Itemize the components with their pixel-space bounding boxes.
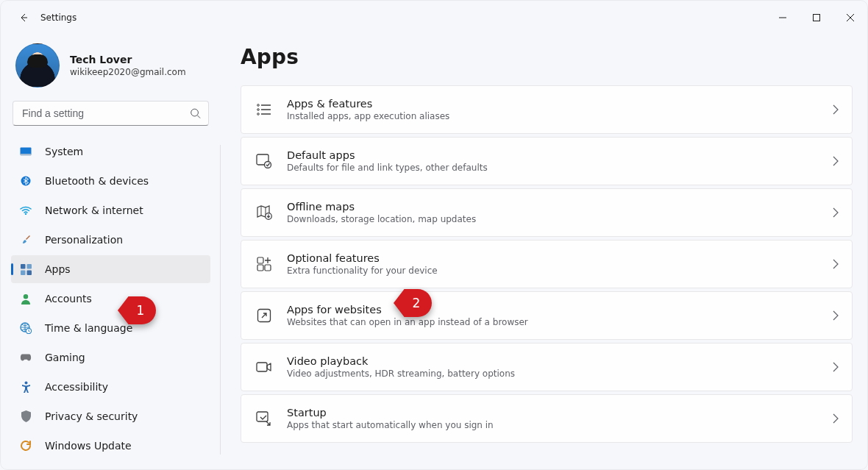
person-icon	[20, 293, 32, 305]
features-plus-icon	[256, 256, 272, 272]
close-button[interactable]	[833, 6, 867, 29]
svg-rect-8	[21, 270, 26, 275]
sidebar-item-label: Accounts	[45, 293, 92, 305]
card-subtitle: Websites that can open in an app instead…	[287, 317, 818, 327]
chevron-right-icon	[833, 259, 839, 269]
sidebar-item-label: Network & internet	[45, 204, 143, 216]
default-apps-icon	[256, 153, 272, 169]
svg-rect-20	[257, 257, 263, 263]
svg-point-14	[257, 104, 260, 107]
card-title: Video playback	[287, 355, 818, 367]
sidebar-item-system[interactable]: System	[11, 138, 210, 165]
close-icon	[847, 14, 854, 21]
avatar	[15, 43, 60, 88]
search-icon	[190, 108, 201, 119]
sidebar-item-accessibility[interactable]: Accessibility	[11, 373, 210, 401]
svg-point-10	[24, 294, 28, 299]
chevron-right-icon	[833, 413, 839, 424]
card-default-apps[interactable]: Default apps Defaults for file and link …	[241, 137, 853, 185]
sidebar-item-personalization[interactable]: Personalization	[11, 226, 210, 254]
card-subtitle: Extra functionality for your device	[287, 266, 818, 276]
card-startup[interactable]: Startup Apps that start automatically wh…	[241, 394, 853, 443]
sidebar-item-label: Privacy & security	[45, 410, 138, 422]
bluetooth-icon	[20, 175, 32, 187]
sidebar-item-label: System	[45, 146, 83, 157]
update-icon	[20, 440, 32, 452]
page-title: Apps	[241, 45, 853, 69]
svg-rect-25	[257, 412, 268, 421]
card-apps-for-websites[interactable]: Apps for websites Websites that can open…	[241, 291, 853, 340]
video-icon	[256, 359, 272, 375]
search-input-wrapper[interactable]	[13, 101, 209, 126]
card-subtitle: Installed apps, app execution aliases	[287, 111, 818, 121]
chevron-right-icon	[833, 104, 839, 115]
shield-icon	[20, 410, 32, 422]
svg-point-5	[25, 213, 26, 215]
brush-icon	[20, 234, 32, 246]
sidebar-item-time[interactable]: Time & language	[11, 314, 210, 342]
profile-email: wikikeep2020@gmail.com	[70, 67, 186, 77]
sidebar-item-label: Accessibility	[45, 381, 108, 393]
svg-rect-7	[26, 264, 32, 269]
svg-rect-3	[21, 154, 32, 156]
wifi-icon	[20, 204, 32, 216]
card-apps-features[interactable]: Apps & features Installed apps, app exec…	[241, 85, 853, 134]
card-title: Startup	[287, 407, 818, 419]
back-button[interactable]	[11, 5, 36, 30]
minimize-button[interactable]	[766, 6, 800, 29]
svg-rect-24	[257, 363, 267, 371]
sidebar-item-label: Windows Update	[45, 440, 132, 452]
sidebar-item-accounts[interactable]: Accounts	[11, 285, 210, 313]
window-title: Settings	[40, 13, 77, 23]
titlebar: Settings	[1, 1, 867, 35]
sidebar-nav: System Bluetooth & devices Network & int…	[11, 138, 210, 460]
accessibility-icon	[20, 381, 32, 393]
open-external-icon	[256, 307, 272, 324]
profile-name: Tech Lover	[70, 54, 186, 65]
svg-point-18	[265, 162, 271, 168]
card-title: Optional features	[287, 252, 818, 264]
card-subtitle: Video adjustments, HDR streaming, batter…	[287, 368, 818, 379]
card-title: Apps for websites	[287, 304, 818, 316]
card-subtitle: Defaults for file and link types, other …	[287, 163, 818, 173]
card-offline-maps[interactable]: Offline maps Downloads, storage location…	[241, 188, 853, 237]
maximize-button[interactable]	[800, 6, 833, 29]
globe-clock-icon	[20, 322, 32, 334]
search-input[interactable]	[22, 107, 182, 119]
svg-point-15	[257, 109, 260, 111]
svg-point-16	[257, 113, 260, 115]
sidebar-item-label: Bluetooth & devices	[45, 175, 149, 187]
window-controls	[766, 6, 867, 29]
card-subtitle: Apps that start automatically when you s…	[287, 420, 818, 430]
sidebar-item-label: Gaming	[45, 352, 85, 363]
card-optional-features[interactable]: Optional features Extra functionality fo…	[241, 240, 853, 288]
map-download-icon	[256, 204, 272, 221]
sidebar-item-apps[interactable]: Apps	[11, 255, 210, 283]
chevron-right-icon	[833, 310, 839, 321]
sidebar-item-label: Personalization	[45, 234, 123, 246]
card-title: Apps & features	[287, 98, 818, 110]
arrow-left-icon	[18, 12, 29, 24]
svg-rect-21	[257, 265, 263, 271]
svg-point-13	[24, 382, 27, 385]
sidebar-item-label: Time & language	[45, 322, 132, 334]
card-video-playback[interactable]: Video playback Video adjustments, HDR st…	[241, 343, 853, 391]
sidebar: Tech Lover wikikeep2020@gmail.com System…	[1, 35, 221, 469]
chevron-right-icon	[833, 207, 839, 218]
startup-icon	[256, 410, 272, 427]
card-title: Default apps	[287, 149, 818, 161]
sidebar-item-privacy[interactable]: Privacy & security	[11, 402, 210, 430]
svg-point-1	[191, 109, 199, 116]
svg-rect-0	[814, 15, 820, 21]
svg-rect-6	[21, 264, 26, 269]
chevron-right-icon	[833, 156, 839, 166]
system-icon	[20, 146, 32, 157]
sidebar-item-update[interactable]: Windows Update	[11, 432, 210, 460]
sidebar-item-bluetooth[interactable]: Bluetooth & devices	[11, 167, 210, 195]
minimize-icon	[779, 14, 786, 21]
profile-block[interactable]: Tech Lover wikikeep2020@gmail.com	[11, 43, 210, 101]
list-icon	[256, 102, 272, 118]
sidebar-item-network[interactable]: Network & internet	[11, 196, 210, 224]
sidebar-item-gaming[interactable]: Gaming	[11, 343, 210, 371]
svg-rect-22	[265, 265, 271, 271]
